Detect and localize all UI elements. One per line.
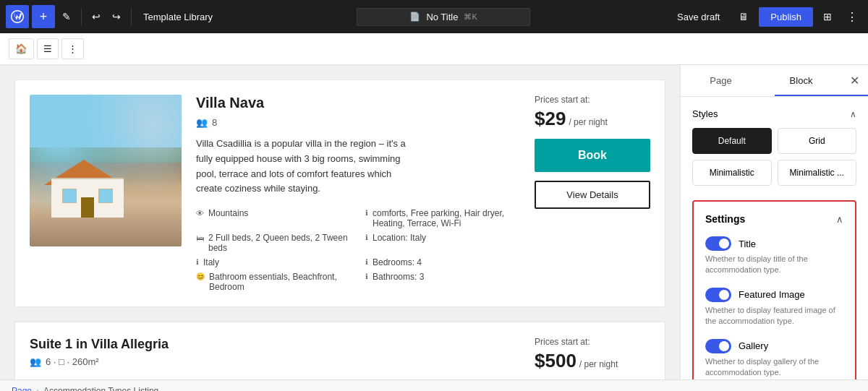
list-icon: ☰ bbox=[43, 43, 52, 54]
villa-description: Villa Csadillia is a popular villa in th… bbox=[196, 137, 413, 197]
style-grid: Default Grid Minimalistic Minimalistic .… bbox=[692, 128, 856, 186]
feature-text: 2 Full beds, 2 Queen beds, 2 Tween beds bbox=[208, 233, 351, 253]
bed-icon: 🛏 bbox=[196, 233, 204, 242]
tab-block[interactable]: Block bbox=[761, 65, 841, 96]
block-more-button[interactable]: ⋮ bbox=[61, 38, 84, 59]
save-draft-button[interactable]: Save draft bbox=[668, 7, 728, 27]
bathrooms-icon: ℹ bbox=[365, 272, 368, 280]
feature-row: ℹ Bathrooms: 3 bbox=[365, 272, 520, 292]
layout-button[interactable]: ⊞ bbox=[819, 7, 836, 27]
title-toggle[interactable] bbox=[705, 236, 731, 251]
featured-image-desc: Whether to display featured image of the… bbox=[705, 305, 843, 327]
more-icon: ⋮ bbox=[846, 10, 858, 24]
location-icon: ℹ bbox=[365, 233, 368, 241]
featured-image-toggle[interactable] bbox=[705, 288, 731, 302]
doc-icon: 📄 bbox=[409, 12, 420, 22]
add-block-button[interactable]: + bbox=[32, 5, 55, 28]
title-label: Title bbox=[739, 239, 756, 249]
listing2-details: 6 · □ · 260m² bbox=[46, 356, 99, 367]
style-minimalistic[interactable]: Minimalistic bbox=[692, 160, 772, 186]
price-per: / per night bbox=[569, 117, 607, 127]
bedrooms-icon: ℹ bbox=[365, 258, 368, 266]
setting-featured-image: Featured Image Whether to display featur… bbox=[705, 288, 843, 327]
setting-featured-row: Featured Image bbox=[705, 288, 843, 302]
feature-row: ℹ Location: Italy bbox=[365, 233, 520, 253]
close-icon: ✕ bbox=[850, 74, 859, 87]
prices-start-label: Prices start at: bbox=[535, 95, 650, 105]
guests-icon-2: 👥 bbox=[30, 356, 41, 367]
feature-row: 🛏 2 Full beds, 2 Queen beds, 2 Tween bed… bbox=[196, 233, 351, 253]
divider bbox=[81, 8, 82, 25]
divider2 bbox=[131, 8, 132, 25]
card-info: Villa Nava 👥 8 Villa Csadillia is a popu… bbox=[196, 95, 520, 292]
style-grid[interactable]: Grid bbox=[778, 128, 857, 154]
publish-button[interactable]: Publish bbox=[759, 7, 813, 27]
settings-collapse-button[interactable]: ∧ bbox=[836, 214, 843, 225]
bathroom-icon: 😊 bbox=[196, 272, 205, 280]
style-minimalistic-alt[interactable]: Minimalistic ... bbox=[778, 160, 857, 186]
gallery-label: Gallery bbox=[739, 340, 768, 351]
feature-row: ℹ Italy bbox=[196, 257, 351, 267]
breadcrumb-page[interactable]: Page bbox=[12, 386, 32, 392]
feature-text: Italy bbox=[203, 257, 219, 267]
document-title: No Title bbox=[426, 12, 458, 22]
guest-count-2: 👥 6 · □ · 260m² bbox=[30, 356, 520, 367]
monitor-icon: 🖥 bbox=[739, 11, 749, 22]
feature-text: comforts, Free parking, Hair dryer, Heat… bbox=[373, 208, 520, 228]
price-amount: $29 bbox=[535, 108, 566, 130]
panel-close-button[interactable]: ✕ bbox=[841, 65, 868, 96]
card-pricing: Prices start at: $29 / per night Book Vi… bbox=[535, 95, 650, 292]
settings-title: Settings bbox=[705, 213, 745, 225]
layout-icon: ⊞ bbox=[823, 11, 832, 22]
redo-button[interactable]: ↪ bbox=[108, 7, 125, 27]
undo-button[interactable]: ↩ bbox=[88, 7, 105, 27]
price-amount-2: $500 bbox=[535, 350, 576, 372]
topbar: + ✎ ↩ ↪ Template Library 📄 No Title ⌘K S… bbox=[0, 0, 868, 33]
setting-title: Title Whether to display title of the ac… bbox=[705, 236, 843, 276]
undo-icon: ↩ bbox=[92, 11, 101, 22]
feature-text: Bedrooms: 4 bbox=[373, 257, 422, 267]
document-title-area[interactable]: 📄 No Title ⌘K bbox=[357, 8, 530, 26]
feature-row: 😊 Bathroom essentials, Beachfront, Bedro… bbox=[196, 272, 351, 292]
country-icon: ℹ bbox=[196, 258, 199, 266]
villa-title-2: Suite 1 in Villa Allegria bbox=[30, 337, 520, 352]
settings-collapse-icon: ∧ bbox=[836, 214, 843, 225]
wp-logo[interactable] bbox=[6, 5, 29, 28]
feature-text: Location: Italy bbox=[373, 233, 426, 243]
more-icon: ⋮ bbox=[68, 43, 77, 54]
book-button[interactable]: Book bbox=[535, 139, 650, 172]
listing-card-1: Villa Nava 👥 8 Villa Csadillia is a popu… bbox=[14, 80, 665, 307]
view-details-button[interactable]: View Details bbox=[535, 181, 650, 209]
edit-button[interactable]: ✎ bbox=[58, 7, 75, 27]
topbar-center: 📄 No Title ⌘K bbox=[221, 8, 665, 26]
amenities-icon: ℹ bbox=[365, 209, 368, 217]
breadcrumb-separator: › bbox=[36, 386, 39, 392]
block-list-button[interactable]: ☰ bbox=[37, 38, 59, 59]
tab-page[interactable]: Page bbox=[681, 65, 761, 96]
more-options-button[interactable]: ⋮ bbox=[842, 6, 862, 28]
settings-section: Settings ∧ Title Whether to display ti bbox=[692, 200, 856, 379]
guests-icon: 👥 bbox=[196, 117, 208, 128]
template-library-button[interactable]: Template Library bbox=[137, 9, 218, 25]
panel-body: Styles ∧ Default Grid Minimalistic bbox=[681, 97, 868, 379]
setting-gallery-row: Gallery bbox=[705, 339, 843, 353]
card-pricing-2: Prices start at: $500 / per night bbox=[535, 337, 650, 376]
block-toolbar: 🏠 ☰ ⋮ bbox=[0, 33, 868, 65]
styles-collapse-button[interactable]: ∧ bbox=[850, 109, 856, 119]
tab-indicator bbox=[775, 95, 869, 96]
gallery-toggle[interactable] bbox=[705, 339, 731, 353]
feature-row: ℹ comforts, Free parking, Hair dryer, He… bbox=[365, 208, 520, 228]
styles-title: Styles bbox=[692, 108, 718, 119]
right-panel: Page Block ✕ Styles ∧ bbox=[680, 65, 868, 379]
breadcrumb: Page › Accommodation Types Listing bbox=[0, 379, 868, 391]
monitor-button[interactable]: 🖥 bbox=[734, 7, 753, 27]
guest-count: 👥 8 bbox=[196, 117, 520, 128]
features-grid: 👁 Mountains ℹ comforts, Free parking, Ha… bbox=[196, 208, 520, 292]
listing-card-2: Suite 1 in Villa Allegria 👥 6 · □ · 260m… bbox=[14, 322, 665, 379]
template-library-label: Template Library bbox=[143, 12, 213, 22]
block-type-button[interactable]: 🏠 bbox=[9, 38, 34, 59]
gallery-desc: Whether to display gallery of the accomm… bbox=[705, 356, 843, 379]
villa-title: Villa Nava bbox=[196, 95, 520, 111]
topbar-right: Save draft 🖥 Publish ⊞ ⋮ bbox=[668, 6, 862, 28]
style-default[interactable]: Default bbox=[692, 128, 772, 154]
